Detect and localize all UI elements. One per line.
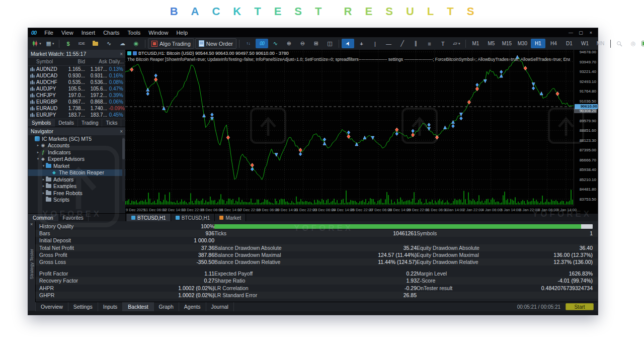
navigator-tab-favorites[interactable]: Favorites — [58, 214, 89, 222]
ide-button[interactable]: IDE — [75, 39, 88, 48]
market-watch-tab-trading[interactable]: Trading — [78, 119, 103, 127]
mql5-logo-button[interactable]: 00 — [256, 39, 268, 48]
navigator-item-scripts[interactable]: Scripts — [28, 197, 125, 204]
tester-tab-inputs[interactable]: Inputs — [98, 302, 123, 311]
scrollbar-thumb[interactable] — [122, 138, 125, 159]
timeframe-m5-button[interactable]: M5 — [484, 39, 499, 48]
navigator-item-indicators[interactable]: ▸ƒIndicators — [28, 149, 125, 156]
search-button[interactable] — [613, 39, 626, 48]
market-watch-row[interactable]: CHFJPY197.0...197.2...0.39% — [28, 92, 125, 99]
text-label-button[interactable]: T — [437, 39, 449, 48]
chart-tab-2[interactable]: Market — [215, 214, 246, 222]
market-watch-tab-ticks[interactable]: Ticks — [102, 119, 121, 127]
horizontal-line-button[interactable]: — — [382, 39, 395, 48]
indicator-list-button[interactable]: ∿ — [269, 39, 282, 48]
new-chart-button[interactable]: ▾ — [30, 39, 43, 48]
navigator-scrollbar[interactable] — [122, 136, 125, 202]
tester-tab-journal[interactable]: Journal — [206, 302, 234, 311]
menu-item-tools[interactable]: Tools — [124, 30, 145, 36]
fibonacci-button[interactable]: ≡ — [423, 39, 436, 48]
arrange-windows-button[interactable]: ◫ — [324, 39, 336, 48]
market-watch-row[interactable]: AUDCAD0.930...0.931...0.16% — [28, 72, 125, 79]
tester-close-icon[interactable]: × — [30, 222, 33, 227]
minimize-button[interactable]: — — [567, 30, 575, 35]
menu-item-help[interactable]: Help — [172, 30, 192, 36]
tester-tab-agents[interactable]: Agents — [179, 302, 206, 311]
price-axis[interactable]: 94678.0093949.7093221.4092493.1091764.80… — [574, 50, 598, 206]
cursor-button[interactable]: ➤ — [342, 39, 354, 48]
timeframe-mn-button[interactable]: MN — [593, 39, 608, 48]
column-header-ask[interactable]: Ask — [87, 59, 109, 64]
shapes-button[interactable]: ▱▾ — [450, 39, 463, 48]
chevron-expanded-icon[interactable]: ▾ — [41, 164, 46, 168]
crosshair-button[interactable]: + — [355, 39, 368, 48]
chart-tab-0[interactable]: BTCUSD,H1 — [127, 214, 171, 222]
market-watch-row[interactable]: AUDJPY105.5...105.6...0.47% — [28, 85, 125, 92]
menu-item-insert[interactable]: Insert — [77, 30, 100, 36]
market-watch-tab-details[interactable]: Details — [55, 119, 78, 127]
help-button[interactable]: ◎ — [627, 39, 639, 48]
restore-button[interactable]: ▢ — [577, 30, 585, 35]
tester-tab-backtest[interactable]: Backtest — [123, 302, 153, 311]
tester-tab-overview[interactable]: Overview — [35, 302, 68, 311]
navigator-tab-common[interactable]: Common — [28, 214, 58, 222]
chevron-collapsed-icon[interactable]: ▸ — [36, 150, 40, 154]
market-watch-row[interactable]: AUDNZD1.165...1.167...0.13% — [28, 66, 125, 72]
menu-item-view[interactable]: View — [57, 30, 77, 36]
vps-button[interactable]: ☁ — [116, 39, 129, 48]
signals-button[interactable]: ∿ — [103, 39, 115, 48]
trendline-button[interactable]: ╱ — [396, 39, 409, 48]
market-watch-tab-symbols[interactable]: Symbols — [28, 119, 55, 127]
column-header-daily[interactable]: Daily... — [109, 59, 125, 64]
navigator-item-ic-markets-sc-mt5[interactable]: IC Markets (SC) MT5 — [28, 135, 125, 142]
market-watch-close-icon[interactable]: × — [120, 51, 123, 57]
tile-windows-button[interactable]: ⊞ — [310, 39, 323, 48]
time-axis[interactable]: 9 Dec 202511 Dec 06:0012 Dec 14:0013 Dec… — [125, 206, 574, 214]
navigator-item-market[interactable]: ▾Market — [28, 162, 125, 169]
new-order-button[interactable]: New Order — [195, 38, 236, 49]
column-header-symbol[interactable]: Symbol — [36, 59, 63, 64]
vertical-line-button[interactable]: | — [369, 39, 381, 48]
chevron-collapsed-icon[interactable]: ▸ — [41, 177, 46, 182]
menu-item-file[interactable]: File — [40, 30, 57, 36]
chevron-collapsed-icon[interactable]: ▸ — [36, 143, 40, 147]
chevron-collapsed-icon[interactable]: ▸ — [41, 184, 46, 188]
navigator-close-icon[interactable]: × — [120, 129, 123, 134]
battery-indicator[interactable] — [640, 39, 644, 48]
zoom-out-button[interactable]: ⊖ — [296, 39, 309, 48]
timeframe-h4-button[interactable]: H4 — [546, 39, 561, 48]
chart-canvas[interactable] — [125, 50, 574, 206]
profiles-button[interactable]: ▦▾ — [44, 39, 56, 48]
navigator-item-advisors[interactable]: ▸Advisors — [28, 176, 125, 183]
market-watch-row[interactable]: EURAUD1.738...1.740...-0.09% — [28, 105, 125, 112]
timeframe-w1-button[interactable]: W1 — [578, 39, 592, 48]
navigator-item-accounts[interactable]: ▸◉Accounts — [28, 142, 125, 149]
market-watch-row[interactable]: AUDCHF0.535...0.536...0.08% — [28, 79, 125, 85]
start-button[interactable]: Start — [566, 303, 594, 310]
market-watch-row[interactable]: EURGBP0.867...0.868...0.06% — [28, 99, 125, 105]
navigator-item-free-robots[interactable]: ▸Free Robots — [28, 190, 125, 197]
algo-trading-button[interactable]: Algo Trading — [148, 38, 194, 49]
market-watch-row[interactable]: EURJPY183.7...183.7...0.45% — [28, 112, 125, 118]
new-order-dollar-button[interactable]: $ — [62, 39, 74, 48]
timeframe-h1-button[interactable]: H1 — [531, 39, 545, 48]
community-button[interactable]: ◉ — [130, 39, 142, 48]
navigator-item-expert-advisors[interactable]: ▾◆Expert Advisors — [28, 156, 125, 163]
timeframe-m1-button[interactable]: M1 — [468, 39, 483, 48]
navigator-item-examples[interactable]: ▸Examples — [28, 183, 125, 190]
navigator-item-the-bitcoin-reaper[interactable]: ◆The Bitcoin Reaper — [28, 169, 125, 176]
menu-item-window[interactable]: Window — [144, 30, 172, 36]
close-button[interactable]: × — [587, 30, 595, 35]
menu-item-charts[interactable]: Charts — [99, 30, 123, 36]
chevron-expanded-icon[interactable]: ▾ — [36, 157, 40, 161]
data-folder-button[interactable] — [89, 39, 102, 48]
timeframe-m15-button[interactable]: M15 — [500, 39, 514, 48]
tick-chart-button[interactable]: ↑↓ — [242, 39, 255, 48]
timeframe-m30-button[interactable]: M30 — [515, 39, 530, 48]
zoom-in-button[interactable]: ⊕ — [283, 39, 295, 48]
column-header-bid[interactable]: Bid — [63, 59, 87, 64]
chart-region[interactable]: BTCUSD,H1: Bitcoin (USD) 90544.50 90643.… — [125, 50, 598, 213]
tester-tab-settings[interactable]: Settings — [68, 302, 98, 311]
chart-tab-1[interactable]: BTCUSD,H1 — [171, 214, 215, 222]
timeframe-d1-button[interactable]: D1 — [562, 39, 577, 48]
